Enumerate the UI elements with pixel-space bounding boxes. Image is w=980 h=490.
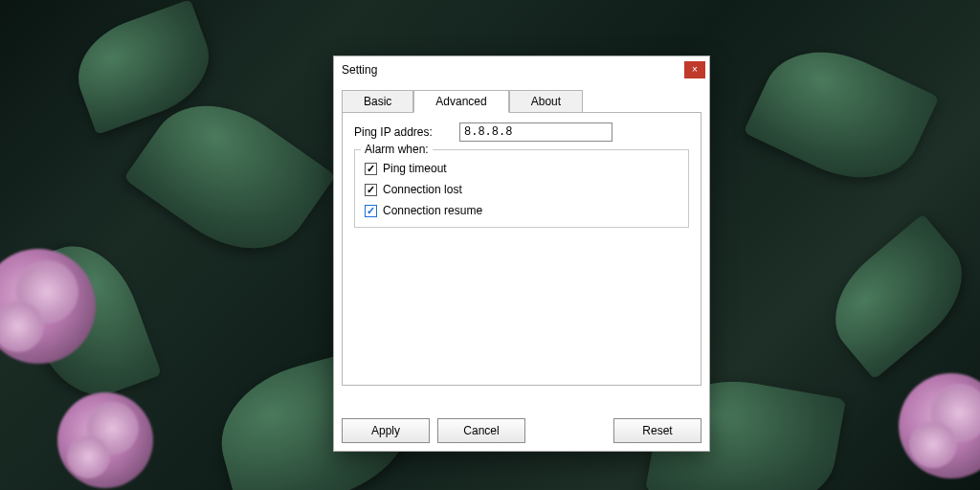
close-icon: × [692,65,698,75]
ping-ip-input[interactable] [459,122,612,142]
tab-basic[interactable]: Basic [342,90,413,112]
cancel-button[interactable]: Cancel [437,418,525,443]
dialog-button-row: Apply Cancel Reset [334,411,709,451]
tab-advanced[interactable]: Advanced [413,90,508,113]
settings-dialog: Setting × Basic Advanced About Ping IP a… [333,56,710,452]
checkmark-icon [365,184,377,196]
alarm-groupbox: Alarm when: Ping timeout Connection lost… [354,149,689,228]
dialog-title: Setting [342,63,377,77]
wallpaper-flower [899,373,980,479]
wallpaper-flower [57,392,153,488]
checkbox-label: Connection resume [383,204,482,217]
checkmark-icon [365,163,377,175]
alarm-group-title: Alarm when: [361,143,433,156]
reset-button[interactable]: Reset [613,418,702,443]
wallpaper-leaf [744,29,940,202]
apply-button[interactable]: Apply [342,418,430,443]
checkbox-ping-timeout[interactable]: Ping timeout [365,158,679,179]
wallpaper-leaf [813,213,980,379]
tab-strip: Basic Advanced About [342,89,702,112]
checkbox-connection-resume[interactable]: Connection resume [365,200,679,221]
desktop-wallpaper: Setting × Basic Advanced About Ping IP a… [0,0,980,490]
tab-page-advanced: Ping IP addres: Alarm when: Ping timeout… [342,112,702,386]
checkbox-label: Connection lost [383,183,462,196]
close-button[interactable]: × [684,61,705,78]
titlebar[interactable]: Setting × [334,56,709,83]
tab-about[interactable]: About [509,90,583,112]
checkbox-connection-lost[interactable]: Connection lost [365,179,679,200]
checkmark-icon [365,205,377,217]
checkbox-label: Ping timeout [383,162,447,175]
ping-ip-label: Ping IP addres: [354,125,459,139]
